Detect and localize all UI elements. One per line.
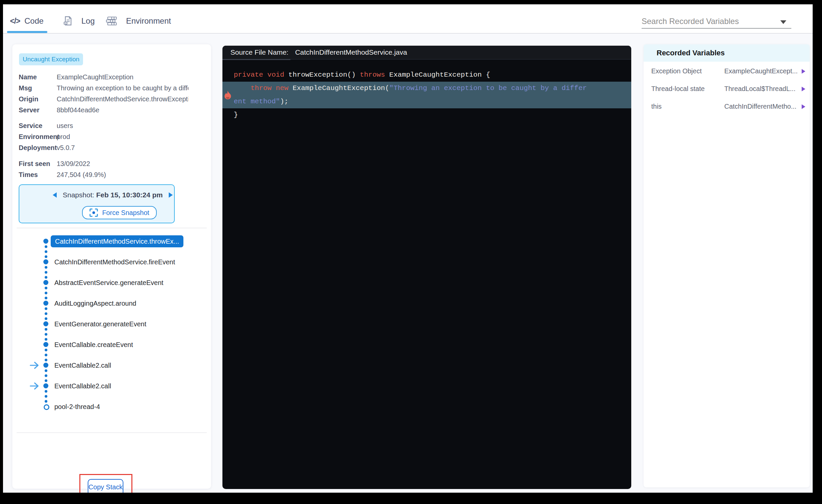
field-value: v5.0.7 bbox=[57, 144, 188, 152]
tab-code[interactable]: </> Code bbox=[10, 14, 44, 28]
stack-frame-item[interactable]: pool-2-thread-4 bbox=[26, 400, 213, 413]
recorded-variables-title: Recorded Variables bbox=[657, 49, 725, 57]
variable-value: ThreadLocal$ThreadL... bbox=[724, 85, 795, 93]
current-frame-arrow-icon bbox=[30, 361, 40, 371]
connector-dot bbox=[45, 374, 47, 377]
code-line: private void throwException() throws Exa… bbox=[223, 68, 631, 82]
field-row: OriginCatchInDifferentMethodService.thro… bbox=[19, 94, 206, 105]
next-snapshot-button[interactable] bbox=[168, 192, 173, 198]
connector-dot bbox=[45, 328, 47, 331]
search-recorded-variables-select[interactable]: Search Recorded Variables bbox=[642, 14, 791, 29]
force-snapshot-icon bbox=[89, 208, 98, 217]
force-snapshot-label: Force Snapshot bbox=[102, 209, 149, 217]
snapshot-label: Snapshot: Feb 15, 10:30:24 pm bbox=[63, 191, 163, 199]
variable-name: Exception Object bbox=[651, 67, 702, 75]
tab-environment-label: Environment bbox=[126, 16, 171, 26]
stack-frame-item[interactable]: CatchInDifferentMethodService.fireEvent bbox=[26, 256, 213, 268]
divider bbox=[17, 432, 207, 433]
connector-dot bbox=[45, 307, 47, 310]
stack-frame-label: EventCallable2.call bbox=[54, 359, 111, 372]
frame-dot-icon bbox=[43, 321, 48, 326]
stack-frame-item[interactable]: EventCallable2.call bbox=[26, 359, 213, 372]
search-placeholder: Search Recorded Variables bbox=[642, 17, 739, 26]
stack-frame-item[interactable]: AbstractEventService.generateEvent bbox=[26, 276, 213, 289]
frame-dot-icon bbox=[43, 301, 48, 306]
stack-frame-item[interactable]: CatchInDifferentMethodService.throwEx... bbox=[26, 235, 213, 248]
tab-log[interactable]: Log bbox=[63, 14, 95, 28]
log-icon bbox=[63, 16, 77, 26]
stack-frame-label: pool-2-thread-4 bbox=[54, 400, 100, 413]
code-token: ExampleCaughtException( bbox=[289, 84, 389, 92]
stats-fields-group: First seen13/09/2022Times247,504 (49.9%) bbox=[19, 158, 206, 180]
variable-row: Exception ObjectExampleCaughtExcept... bbox=[644, 62, 810, 80]
thread-dot-icon bbox=[44, 404, 49, 410]
exception-type-badge: Uncaught Exception bbox=[19, 53, 83, 65]
variable-row: Thread-local stateThreadLocal$ThreadL... bbox=[644, 80, 810, 98]
snapshot-timestamp: Feb 15, 10:30:24 pm bbox=[96, 191, 163, 199]
frame-dot-icon bbox=[43, 363, 48, 368]
stack-frame-label: EventCallable2.call bbox=[54, 380, 111, 392]
stack-frame-item[interactable]: AuditLoggingAspect.around bbox=[26, 297, 213, 310]
stack-frame-label: AuditLoggingAspect.around bbox=[54, 297, 136, 310]
variable-value: ExampleCaughtExcept... bbox=[724, 67, 798, 75]
field-row: Times247,504 (49.9%) bbox=[19, 169, 206, 180]
field-value: users bbox=[57, 122, 188, 130]
connector-dot bbox=[45, 250, 47, 253]
frame-dot-icon bbox=[43, 239, 48, 244]
stack-frame-selected: CatchInDifferentMethodService.throwEx... bbox=[51, 235, 183, 247]
editor-header: Source File Name: CatchInDifferentMethod… bbox=[223, 46, 631, 60]
field-label: Msg bbox=[19, 84, 57, 92]
code-token: throwException() bbox=[284, 71, 360, 79]
deployment-fields-group: ServiceusersEnvironmentprodDeploymentv5.… bbox=[19, 120, 206, 153]
connector-dot bbox=[45, 395, 47, 398]
tab-code-label: Code bbox=[24, 16, 43, 26]
field-value: Throwing an exception to be caught by a … bbox=[57, 84, 188, 92]
code-token: ent method" bbox=[234, 98, 280, 105]
exception-details-panel: Uncaught Exception NameExampleCaughtExce… bbox=[12, 44, 211, 489]
current-frame-arrow-icon bbox=[30, 382, 40, 391]
search-underline bbox=[642, 28, 791, 29]
stack-frame-item[interactable]: EventCallable2.call bbox=[26, 380, 213, 392]
snapshot-navigator: Snapshot: Feb 15, 10:30:24 pm Force Snap… bbox=[19, 184, 175, 223]
flame-icon bbox=[223, 90, 233, 101]
field-label: Deployment bbox=[19, 144, 57, 152]
field-row: MsgThrowing an exception to be caught by… bbox=[19, 83, 206, 94]
recorded-variables-panel: Recorded Variables Exception ObjectExamp… bbox=[644, 44, 810, 487]
force-snapshot-button[interactable]: Force Snapshot bbox=[82, 206, 157, 219]
copy-stack-button[interactable]: Copy Stack bbox=[88, 479, 123, 493]
code-editor-panel: Source File Name: CatchInDifferentMethod… bbox=[223, 46, 631, 489]
field-value: 13/09/2022 bbox=[57, 160, 188, 168]
code-token: "Throwing an exception to be caught by a… bbox=[389, 84, 586, 92]
stack-frame-item[interactable]: EventCallable.createEvent bbox=[26, 338, 213, 351]
frame-dot-icon bbox=[43, 259, 48, 264]
field-row: Server8bbf044ead6e bbox=[19, 105, 206, 116]
recorded-variables-header: Recorded Variables bbox=[644, 44, 810, 62]
divider bbox=[17, 228, 207, 228]
source-file-name-label: Source File Name: bbox=[231, 48, 289, 56]
expand-variable-arrow-icon[interactable] bbox=[801, 86, 806, 92]
stack-frame-label: EventGenerator.generateEvent bbox=[54, 318, 146, 330]
environment-icon bbox=[106, 16, 121, 26]
code-token: void bbox=[268, 71, 284, 79]
connector-dot bbox=[45, 271, 47, 274]
field-row: Environmentprod bbox=[19, 131, 206, 142]
connector-dot bbox=[45, 312, 47, 315]
stack-frame-item[interactable]: EventGenerator.generateEvent bbox=[26, 318, 213, 330]
stack-frame-label: EventCallable.createEvent bbox=[54, 338, 133, 351]
code-line: throw new ExampleCaughtException("Throwi… bbox=[223, 82, 631, 95]
tab-environment[interactable]: Environment bbox=[106, 14, 171, 28]
code-token: throw bbox=[251, 84, 272, 92]
exception-fields-group: NameExampleCaughtExceptionMsgThrowing an… bbox=[19, 72, 206, 116]
frame-dot-icon bbox=[43, 342, 48, 347]
connector-dot bbox=[45, 287, 47, 289]
connector-dot bbox=[45, 349, 47, 351]
expand-variable-arrow-icon[interactable] bbox=[801, 104, 806, 109]
previous-snapshot-button[interactable] bbox=[52, 192, 57, 198]
code-token bbox=[234, 84, 251, 92]
variable-name: this bbox=[651, 103, 662, 110]
variable-value: CatchInDifferentMetho... bbox=[724, 103, 796, 110]
expand-variable-arrow-icon[interactable] bbox=[801, 69, 806, 74]
field-value: 247,504 (49.9%) bbox=[57, 171, 188, 179]
field-value: 8bbf044ead6e bbox=[57, 106, 188, 114]
code-token: ); bbox=[280, 98, 289, 105]
